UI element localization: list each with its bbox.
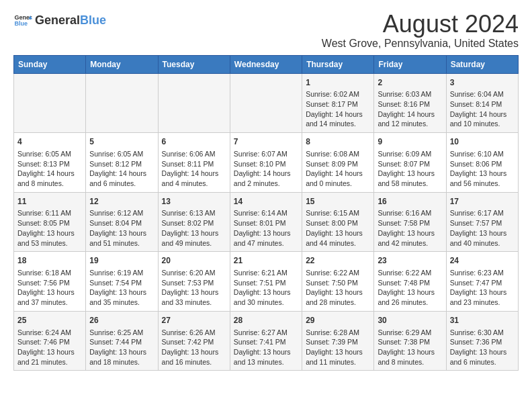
day-info: Sunrise: 6:24 AMSunset: 7:46 PMDaylight:…: [17, 328, 82, 367]
calendar-cell: 6Sunrise: 6:06 AMSunset: 8:11 PMDaylight…: [158, 133, 230, 193]
calendar-week-row: 25Sunrise: 6:24 AMSunset: 7:46 PMDayligh…: [14, 311, 519, 371]
logo-blue: Blue: [80, 13, 106, 28]
calendar-cell: 4Sunrise: 6:05 AMSunset: 8:13 PMDaylight…: [14, 133, 86, 193]
col-header-tuesday: Tuesday: [158, 55, 230, 73]
day-number: 30: [378, 315, 442, 326]
calendar-cell: 8Sunrise: 6:08 AMSunset: 8:09 PMDaylight…: [302, 133, 374, 193]
calendar-cell: 1Sunrise: 6:02 AMSunset: 8:17 PMDaylight…: [302, 73, 374, 133]
day-info: Sunrise: 6:06 AMSunset: 8:11 PMDaylight:…: [162, 149, 226, 189]
day-number: 6: [162, 136, 226, 148]
day-number: 23: [378, 255, 442, 267]
day-number: 1: [306, 77, 370, 89]
day-number: 18: [17, 255, 82, 267]
day-info: Sunrise: 6:05 AMSunset: 8:13 PMDaylight:…: [17, 149, 82, 189]
calendar-cell: 10Sunrise: 6:10 AMSunset: 8:06 PMDayligh…: [446, 133, 518, 193]
logo-general: General: [35, 13, 80, 28]
day-info: Sunrise: 6:25 AMSunset: 7:44 PMDaylight:…: [89, 328, 154, 367]
col-header-thursday: Thursday: [302, 55, 374, 73]
day-info: Sunrise: 6:11 AMSunset: 8:05 PMDaylight:…: [17, 208, 82, 248]
calendar-cell: 13Sunrise: 6:13 AMSunset: 8:02 PMDayligh…: [158, 192, 230, 252]
calendar-week-row: 1Sunrise: 6:02 AMSunset: 8:17 PMDaylight…: [14, 73, 519, 133]
calendar-week-row: 11Sunrise: 6:11 AMSunset: 8:05 PMDayligh…: [14, 192, 519, 252]
calendar-cell: 31Sunrise: 6:30 AMSunset: 7:36 PMDayligh…: [446, 311, 518, 371]
day-info: Sunrise: 6:26 AMSunset: 7:42 PMDaylight:…: [162, 328, 226, 367]
col-header-friday: Friday: [374, 55, 446, 73]
calendar-cell: 27Sunrise: 6:26 AMSunset: 7:42 PMDayligh…: [158, 311, 230, 371]
day-info: Sunrise: 6:10 AMSunset: 8:06 PMDaylight:…: [450, 149, 515, 189]
day-info: Sunrise: 6:16 AMSunset: 7:58 PMDaylight:…: [378, 208, 442, 248]
calendar-table: SundayMondayTuesdayWednesdayThursdayFrid…: [13, 55, 519, 371]
day-info: Sunrise: 6:17 AMSunset: 7:57 PMDaylight:…: [450, 208, 515, 248]
day-number: 20: [162, 255, 226, 267]
col-header-monday: Monday: [86, 55, 158, 73]
day-number: 4: [17, 136, 82, 148]
day-info: Sunrise: 6:07 AMSunset: 8:10 PMDaylight:…: [234, 149, 298, 189]
calendar-header-row: SundayMondayTuesdayWednesdayThursdayFrid…: [14, 55, 519, 73]
day-number: 15: [306, 196, 370, 208]
calendar-cell: 24Sunrise: 6:23 AMSunset: 7:47 PMDayligh…: [446, 252, 518, 312]
logo-icon: General Blue: [13, 11, 32, 30]
calendar-cell: [86, 73, 158, 133]
logo: General Blue GeneralBlue: [13, 11, 106, 30]
page-header: General Blue GeneralBlue August 2024 Wes…: [13, 11, 519, 50]
day-number: 5: [89, 136, 154, 148]
calendar-cell: 9Sunrise: 6:09 AMSunset: 8:07 PMDaylight…: [374, 133, 446, 193]
day-info: Sunrise: 6:12 AMSunset: 8:04 PMDaylight:…: [89, 208, 154, 248]
day-number: 21: [234, 255, 298, 267]
day-info: Sunrise: 6:18 AMSunset: 7:56 PMDaylight:…: [17, 268, 82, 308]
day-number: 26: [89, 315, 154, 326]
calendar-cell: 29Sunrise: 6:28 AMSunset: 7:39 PMDayligh…: [302, 311, 374, 371]
day-info: Sunrise: 6:22 AMSunset: 7:50 PMDaylight:…: [306, 268, 370, 308]
day-info: Sunrise: 6:13 AMSunset: 8:02 PMDaylight:…: [162, 208, 226, 248]
day-info: Sunrise: 6:23 AMSunset: 7:47 PMDaylight:…: [450, 268, 515, 308]
day-info: Sunrise: 6:20 AMSunset: 7:53 PMDaylight:…: [162, 268, 226, 308]
day-info: Sunrise: 6:29 AMSunset: 7:38 PMDaylight:…: [378, 328, 442, 367]
col-header-sunday: Sunday: [14, 55, 86, 73]
day-number: 29: [306, 315, 370, 326]
calendar-cell: 26Sunrise: 6:25 AMSunset: 7:44 PMDayligh…: [86, 311, 158, 371]
calendar-cell: [230, 73, 302, 133]
title-block: August 2024 West Grove, Pennsylvania, Un…: [322, 11, 519, 50]
day-number: 2: [378, 77, 442, 89]
day-info: Sunrise: 6:08 AMSunset: 8:09 PMDaylight:…: [306, 149, 370, 189]
day-info: Sunrise: 6:15 AMSunset: 8:00 PMDaylight:…: [306, 208, 370, 248]
col-header-saturday: Saturday: [446, 55, 518, 73]
day-number: 12: [89, 196, 154, 208]
day-info: Sunrise: 6:21 AMSunset: 7:51 PMDaylight:…: [234, 268, 298, 308]
day-info: Sunrise: 6:27 AMSunset: 7:41 PMDaylight:…: [234, 328, 298, 367]
calendar-cell: 5Sunrise: 6:05 AMSunset: 8:12 PMDaylight…: [86, 133, 158, 193]
day-number: 27: [162, 315, 226, 326]
day-info: Sunrise: 6:04 AMSunset: 8:14 PMDaylight:…: [450, 89, 515, 129]
day-number: 7: [234, 136, 298, 148]
calendar-cell: 3Sunrise: 6:04 AMSunset: 8:14 PMDaylight…: [446, 73, 518, 133]
day-number: 28: [234, 315, 298, 326]
day-info: Sunrise: 6:28 AMSunset: 7:39 PMDaylight:…: [306, 328, 370, 367]
day-number: 22: [306, 255, 370, 267]
calendar-cell: 12Sunrise: 6:12 AMSunset: 8:04 PMDayligh…: [86, 192, 158, 252]
calendar-cell: 23Sunrise: 6:22 AMSunset: 7:48 PMDayligh…: [374, 252, 446, 312]
day-number: 9: [378, 136, 442, 148]
subtitle: West Grove, Pennsylvania, United States: [322, 38, 519, 50]
day-number: 11: [17, 196, 82, 208]
day-info: Sunrise: 6:22 AMSunset: 7:48 PMDaylight:…: [378, 268, 442, 308]
svg-text:Blue: Blue: [14, 20, 28, 27]
day-number: 25: [17, 315, 82, 326]
calendar-cell: 21Sunrise: 6:21 AMSunset: 7:51 PMDayligh…: [230, 252, 302, 312]
day-number: 31: [450, 315, 515, 326]
day-number: 16: [378, 196, 442, 208]
calendar-cell: 17Sunrise: 6:17 AMSunset: 7:57 PMDayligh…: [446, 192, 518, 252]
col-header-wednesday: Wednesday: [230, 55, 302, 73]
calendar-week-row: 4Sunrise: 6:05 AMSunset: 8:13 PMDaylight…: [14, 133, 519, 193]
day-number: 3: [450, 77, 515, 89]
day-info: Sunrise: 6:14 AMSunset: 8:01 PMDaylight:…: [234, 208, 298, 248]
day-number: 17: [450, 196, 515, 208]
calendar-cell: 15Sunrise: 6:15 AMSunset: 8:00 PMDayligh…: [302, 192, 374, 252]
day-number: 24: [450, 255, 515, 267]
calendar-cell: 11Sunrise: 6:11 AMSunset: 8:05 PMDayligh…: [14, 192, 86, 252]
calendar-cell: [158, 73, 230, 133]
day-info: Sunrise: 6:30 AMSunset: 7:36 PMDaylight:…: [450, 328, 515, 367]
day-number: 8: [306, 136, 370, 148]
day-info: Sunrise: 6:03 AMSunset: 8:16 PMDaylight:…: [378, 89, 442, 129]
calendar-cell: 16Sunrise: 6:16 AMSunset: 7:58 PMDayligh…: [374, 192, 446, 252]
day-info: Sunrise: 6:05 AMSunset: 8:12 PMDaylight:…: [89, 149, 154, 189]
